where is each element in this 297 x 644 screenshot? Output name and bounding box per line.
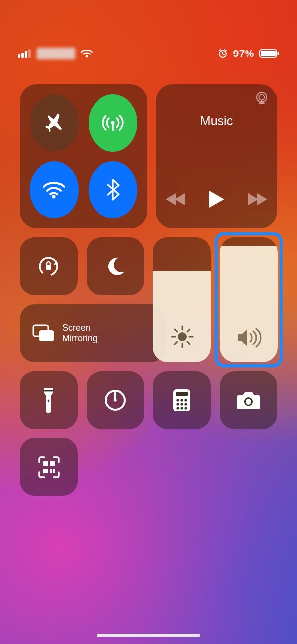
screen-mirroring-icon bbox=[32, 324, 55, 343]
svg-point-18 bbox=[178, 332, 187, 341]
home-indicator[interactable] bbox=[97, 634, 200, 637]
media-controls-group[interactable]: Music bbox=[156, 84, 277, 228]
screen-mirroring-label: Screen Mirroring bbox=[62, 323, 98, 343]
battery-percent: 97% bbox=[233, 48, 254, 59]
screen-mirroring-button[interactable]: Screen Mirroring bbox=[20, 304, 166, 362]
connectivity-group[interactable] bbox=[20, 84, 147, 228]
svg-point-11 bbox=[52, 195, 56, 199]
status-left bbox=[18, 48, 93, 59]
svg-rect-0 bbox=[18, 54, 20, 58]
status-right: 97% bbox=[218, 48, 279, 59]
svg-rect-44 bbox=[43, 461, 48, 466]
svg-rect-3 bbox=[28, 49, 31, 58]
svg-rect-48 bbox=[53, 471, 55, 473]
svg-point-33 bbox=[177, 399, 179, 401]
svg-line-25 bbox=[175, 342, 177, 344]
orientation-lock-toggle[interactable] bbox=[20, 237, 78, 295]
svg-rect-10 bbox=[112, 123, 113, 131]
camera-button[interactable] bbox=[220, 371, 278, 429]
svg-rect-47 bbox=[50, 469, 52, 471]
svg-line-23 bbox=[175, 329, 177, 332]
svg-point-34 bbox=[181, 399, 183, 401]
svg-rect-15 bbox=[46, 265, 51, 270]
calculator-icon bbox=[172, 388, 191, 412]
timer-button[interactable] bbox=[87, 371, 145, 429]
svg-point-35 bbox=[185, 399, 187, 401]
flashlight-button[interactable] bbox=[20, 371, 78, 429]
alarm-icon bbox=[218, 49, 228, 58]
svg-rect-45 bbox=[50, 461, 55, 466]
svg-rect-32 bbox=[176, 392, 188, 396]
battery-icon bbox=[259, 49, 279, 58]
wifi-toggle[interactable] bbox=[30, 161, 79, 219]
wifi-status-icon bbox=[80, 49, 93, 58]
airplane-mode-toggle[interactable] bbox=[30, 94, 79, 152]
volume-icon bbox=[236, 327, 262, 348]
cellular-icon bbox=[101, 111, 125, 135]
svg-rect-46 bbox=[43, 469, 48, 473]
orientation-lock-icon bbox=[36, 254, 61, 279]
svg-point-27 bbox=[48, 399, 50, 402]
svg-line-24 bbox=[187, 342, 190, 344]
svg-rect-2 bbox=[25, 51, 27, 58]
cellular-signal-icon bbox=[18, 49, 32, 58]
volume-slider-highlighted bbox=[215, 232, 283, 367]
control-center: Music Screen Mirroring bbox=[20, 84, 277, 505]
bluetooth-toggle[interactable] bbox=[89, 161, 138, 219]
carrier-name bbox=[37, 48, 75, 59]
svg-point-39 bbox=[177, 407, 179, 409]
media-title: Music bbox=[156, 114, 277, 128]
svg-point-40 bbox=[181, 407, 183, 409]
volume-fill bbox=[220, 246, 278, 362]
do-not-disturb-toggle[interactable] bbox=[87, 237, 145, 295]
svg-point-41 bbox=[185, 407, 187, 409]
svg-point-13 bbox=[259, 95, 265, 100]
svg-point-4 bbox=[86, 55, 88, 58]
brightness-icon bbox=[171, 325, 194, 348]
play-button[interactable] bbox=[208, 190, 225, 209]
svg-line-26 bbox=[187, 329, 190, 332]
svg-rect-7 bbox=[261, 51, 276, 56]
airplay-icon[interactable] bbox=[254, 91, 269, 105]
svg-rect-1 bbox=[21, 53, 24, 58]
svg-point-37 bbox=[181, 403, 183, 405]
qr-code-button[interactable] bbox=[20, 438, 78, 496]
camera-icon bbox=[236, 390, 261, 410]
previous-track-button[interactable] bbox=[166, 192, 186, 206]
next-track-button[interactable] bbox=[248, 192, 267, 206]
qr-code-icon bbox=[37, 455, 61, 479]
airplane-icon bbox=[43, 111, 65, 134]
svg-rect-17 bbox=[39, 330, 54, 341]
timer-icon bbox=[103, 388, 127, 412]
svg-point-38 bbox=[185, 403, 187, 405]
wifi-icon bbox=[42, 180, 66, 200]
svg-point-36 bbox=[177, 403, 179, 405]
svg-rect-28 bbox=[44, 390, 53, 391]
volume-slider[interactable] bbox=[220, 237, 278, 362]
status-bar: 97% bbox=[0, 0, 297, 65]
svg-rect-50 bbox=[53, 469, 55, 471]
cellular-data-toggle[interactable] bbox=[89, 94, 138, 152]
svg-point-43 bbox=[246, 399, 251, 405]
calculator-button[interactable] bbox=[153, 371, 211, 429]
svg-rect-49 bbox=[50, 471, 52, 473]
moon-icon bbox=[105, 256, 126, 277]
flashlight-icon bbox=[42, 387, 55, 413]
brightness-fill bbox=[153, 271, 211, 362]
bluetooth-icon bbox=[106, 179, 120, 201]
svg-point-30 bbox=[114, 399, 117, 402]
svg-rect-8 bbox=[278, 52, 279, 55]
brightness-slider[interactable] bbox=[153, 237, 211, 362]
